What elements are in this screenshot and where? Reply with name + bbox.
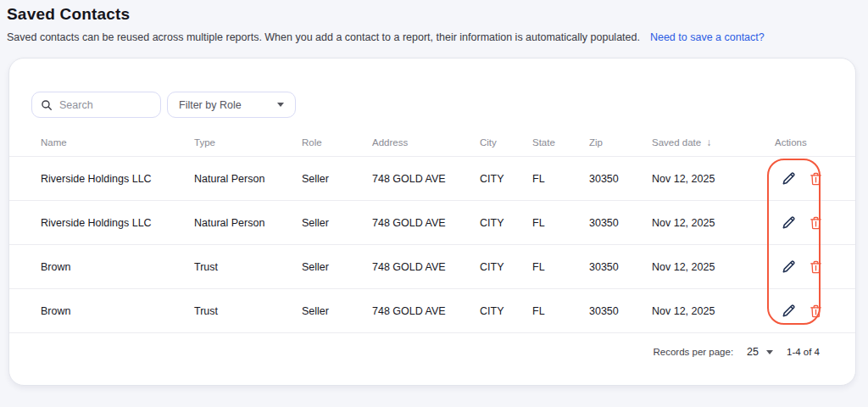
- cell-type: Trust: [194, 261, 302, 273]
- header-type: Type: [194, 137, 302, 148]
- filter-by-role-dropdown[interactable]: Filter by Role: [167, 92, 296, 118]
- table-row: Brown Trust Seller 748 GOLD AVE CITY FL …: [9, 245, 855, 289]
- cell-type: Trust: [194, 305, 302, 317]
- edit-button[interactable]: [780, 258, 798, 276]
- cell-city: CITY: [480, 305, 532, 317]
- trash-icon: [810, 304, 822, 318]
- trash-icon: [810, 260, 822, 274]
- header-role: Role: [302, 137, 372, 148]
- cell-name: Brown: [41, 261, 194, 273]
- cell-saved-date: Nov 12, 2025: [652, 173, 775, 185]
- subtitle-text: Saved contacts can be reused across mult…: [7, 31, 640, 43]
- pencil-icon: [782, 171, 796, 186]
- need-to-save-contact-link[interactable]: Need to save a contact?: [650, 31, 765, 43]
- cell-address: 748 GOLD AVE: [372, 217, 480, 229]
- page-subtitle: Saved contacts can be reused across mult…: [7, 31, 861, 43]
- cell-address: 748 GOLD AVE: [372, 173, 480, 185]
- cell-saved-date: Nov 12, 2025: [652, 217, 775, 229]
- header-address: Address: [372, 137, 480, 148]
- table-header-row: Name Type Role Address City State Zip Sa…: [9, 128, 855, 157]
- table-row: Riverside Holdings LLC Natural Person Se…: [9, 157, 855, 201]
- cell-saved-date: Nov 12, 2025: [652, 261, 775, 273]
- records-per-page-value: 25: [747, 343, 759, 360]
- cell-name: Riverside Holdings LLC: [41, 217, 194, 229]
- cell-zip: 30350: [589, 173, 652, 185]
- delete-button[interactable]: [808, 215, 824, 231]
- chevron-down-icon: [277, 103, 284, 107]
- table-row: Brown Trust Seller 748 GOLD AVE CITY FL …: [9, 289, 855, 333]
- cell-zip: 30350: [589, 305, 652, 317]
- pagination-bar: Records per page: 25 1-4 of 4: [9, 333, 855, 386]
- contacts-table: Name Type Role Address City State Zip Sa…: [9, 128, 855, 333]
- search-input[interactable]: [59, 99, 152, 111]
- cell-zip: 30350: [589, 217, 652, 229]
- edit-button[interactable]: [780, 170, 798, 187]
- pencil-icon: [782, 259, 796, 274]
- cell-actions: [775, 302, 855, 320]
- edit-button[interactable]: [780, 214, 798, 231]
- cell-state: FL: [532, 305, 589, 317]
- cell-type: Natural Person: [194, 217, 302, 229]
- records-per-page-dropdown[interactable]: 25: [747, 343, 773, 360]
- cell-address: 748 GOLD AVE: [372, 261, 480, 273]
- cell-state: FL: [532, 261, 589, 273]
- sort-descending-icon: ↓: [706, 137, 711, 148]
- records-per-page-label: Records per page:: [653, 343, 733, 360]
- delete-button[interactable]: [808, 259, 824, 276]
- header-zip: Zip: [589, 137, 652, 148]
- header-actions: Actions: [775, 137, 855, 148]
- search-box: [31, 92, 161, 118]
- filter-label: Filter by Role: [179, 99, 242, 111]
- cell-address: 748 GOLD AVE: [372, 305, 480, 317]
- cell-state: FL: [532, 173, 589, 185]
- cell-type: Natural Person: [194, 173, 302, 185]
- page-title: Saved Contacts: [7, 5, 130, 24]
- cell-city: CITY: [480, 217, 532, 229]
- pagination-range: 1-4 of 4: [787, 343, 820, 360]
- cell-role: Seller: [302, 217, 372, 229]
- cell-name: Brown: [41, 305, 194, 317]
- header-state: State: [532, 137, 589, 148]
- cell-city: CITY: [480, 173, 532, 185]
- trash-icon: [810, 216, 822, 230]
- pencil-icon: [782, 215, 796, 230]
- cell-role: Seller: [302, 305, 372, 317]
- chevron-down-icon: [766, 350, 773, 354]
- saved-contacts-card: Filter by Role Name Type Role Address Ci…: [8, 58, 856, 386]
- header-name: Name: [41, 137, 194, 148]
- cell-role: Seller: [302, 173, 372, 185]
- cell-zip: 30350: [589, 261, 652, 273]
- edit-button[interactable]: [780, 302, 798, 320]
- cell-city: CITY: [480, 261, 532, 273]
- cell-name: Riverside Holdings LLC: [41, 173, 194, 185]
- cell-saved-date: Nov 12, 2025: [652, 305, 775, 317]
- delete-button[interactable]: [808, 170, 824, 187]
- search-icon: [41, 99, 53, 111]
- cell-role: Seller: [302, 261, 372, 273]
- pencil-icon: [782, 304, 796, 318]
- cell-state: FL: [532, 217, 589, 229]
- cell-actions: [775, 214, 855, 231]
- delete-button[interactable]: [808, 303, 824, 320]
- cell-actions: [775, 258, 855, 276]
- table-row: Riverside Holdings LLC Natural Person Se…: [9, 201, 855, 245]
- header-saved-date[interactable]: Saved date↓: [652, 137, 775, 148]
- header-city: City: [480, 137, 532, 148]
- cell-actions: [775, 170, 855, 187]
- trash-icon: [810, 172, 822, 186]
